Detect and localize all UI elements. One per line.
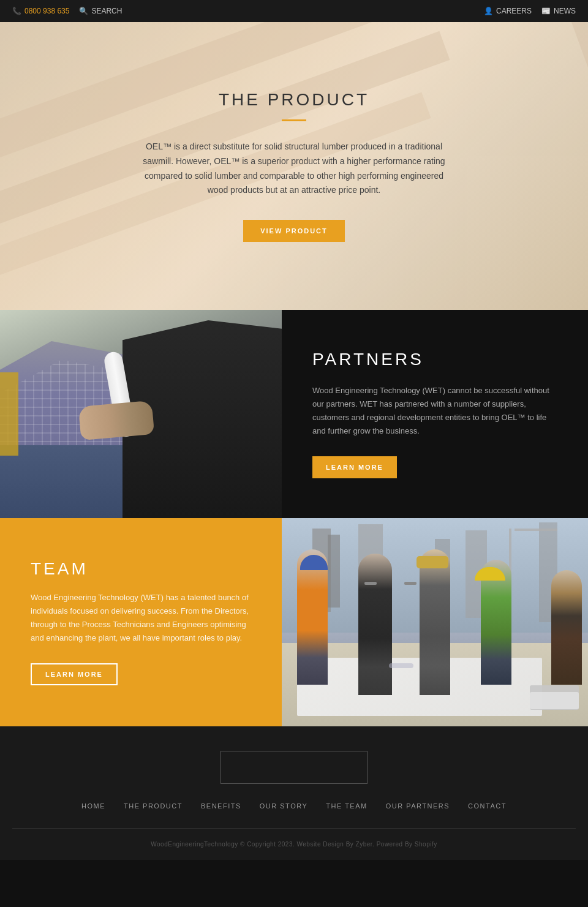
team-section: TEAM Wood Engineering Technology (WET) h… (0, 518, 588, 726)
partners-title: PARTNERS (312, 350, 557, 369)
careers-link[interactable]: 👤 CAREERS (484, 7, 532, 15)
search-trigger[interactable]: 🔍 SEARCH (79, 7, 122, 15)
partners-image (0, 310, 282, 518)
product-title: THE PRODUCT (141, 90, 447, 110)
footer-nav-partners[interactable]: OUR PARTNERS (386, 802, 450, 810)
team-image (282, 518, 588, 726)
footer-nav-product[interactable]: THE PRODUCT (124, 802, 183, 810)
product-description: OEL™ is a direct substitute for solid st… (141, 140, 447, 198)
partners-content: PARTNERS Wood Engineering Technology (WE… (282, 310, 588, 518)
news-link[interactable]: 📰 NEWS (541, 7, 576, 15)
partners-learn-more-button[interactable]: LEARN MORE (312, 456, 397, 478)
phone-icon: 📞 (12, 7, 21, 15)
team-title: TEAM (31, 559, 251, 579)
footer-copyright: WoodEngineeringTechnology © Copyright 20… (12, 828, 576, 848)
footer-nav-story[interactable]: OUR STORY (260, 802, 308, 810)
team-figures (282, 518, 588, 726)
news-icon: 📰 (541, 7, 551, 15)
product-section: THE PRODUCT OEL™ is a direct substitute … (0, 22, 588, 310)
view-product-button[interactable]: VIEW PRODUCT (243, 220, 345, 242)
team-description: Wood Engineering Technology (WET) has a … (31, 591, 251, 645)
careers-icon: 👤 (484, 7, 493, 15)
top-bar: 📞 0800 938 635 🔍 SEARCH 👤 CAREERS 📰 NEWS (0, 0, 588, 22)
partners-section: PARTNERS Wood Engineering Technology (WE… (0, 310, 588, 518)
footer-section: HOME THE PRODUCT BENEFITS OUR STORY THE … (0, 726, 588, 860)
footer-nav: HOME THE PRODUCT BENEFITS OUR STORY THE … (12, 802, 576, 810)
footer-nav-home[interactable]: HOME (81, 802, 105, 810)
search-icon: 🔍 (79, 7, 88, 15)
phone-link[interactable]: 📞 0800 938 635 (12, 7, 69, 15)
top-bar-left: 📞 0800 938 635 🔍 SEARCH (12, 7, 122, 15)
search-label: SEARCH (91, 7, 122, 15)
team-learn-more-button[interactable]: LEARN MORE (31, 663, 118, 685)
footer-nav-team[interactable]: THE TEAM (326, 802, 367, 810)
team-content: TEAM Wood Engineering Technology (WET) h… (0, 518, 282, 726)
footer-logo (221, 751, 368, 784)
product-content: THE PRODUCT OEL™ is a direct substitute … (141, 90, 447, 242)
phone-number: 0800 938 635 (24, 7, 69, 15)
product-divider (282, 119, 306, 121)
footer-nav-contact[interactable]: CONTACT (468, 802, 507, 810)
handshake-visual (0, 310, 282, 518)
careers-label: CAREERS (496, 7, 532, 15)
partners-description: Wood Engineering Technology (WET) cannot… (312, 384, 557, 438)
news-label: NEWS (554, 7, 576, 15)
top-bar-right: 👤 CAREERS 📰 NEWS (484, 7, 576, 15)
footer-nav-benefits[interactable]: BENEFITS (201, 802, 241, 810)
